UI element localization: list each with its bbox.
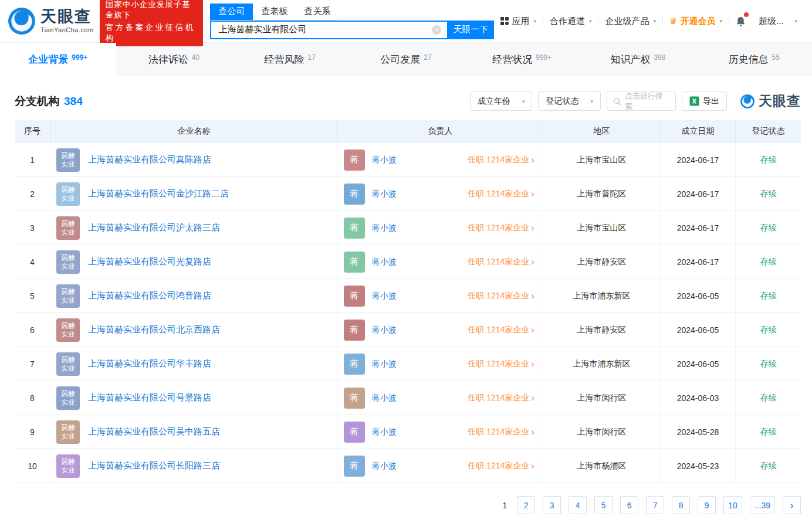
- top-nav: 应用 ▾ 合作通道 ▾ 企业级产品 ▾ ♛ 开通会员 ▾: [494, 16, 804, 27]
- page-button-9[interactable]: 9: [698, 496, 716, 514]
- region-cell: 上海市静安区: [543, 313, 660, 347]
- company-name-link[interactable]: 上海茵赫实业有限公司吴中路五店: [88, 426, 220, 437]
- table-row: 3 茵赫实业 上海茵赫实业有限公司沪太路三店 蒋 蒋小波 任职 1214家企业›…: [15, 211, 801, 245]
- principal-avatar[interactable]: 蒋: [344, 252, 365, 273]
- principal-avatar[interactable]: 蒋: [344, 388, 365, 409]
- tenure-link[interactable]: 任职 1214家企业›: [468, 155, 534, 165]
- company-name-link[interactable]: 上海茵赫实业有限公司真陈路店: [88, 154, 211, 165]
- search-tab-boss[interactable]: 查老板: [253, 4, 296, 20]
- page-button-8[interactable]: 8: [672, 496, 690, 514]
- principal-name-link[interactable]: 蒋小波: [372, 359, 397, 369]
- tenure-link[interactable]: 任职 1214家企业›: [468, 257, 534, 267]
- tianyancha-watermark: 天眼查: [740, 92, 801, 110]
- search-button[interactable]: 天眼一下: [447, 21, 494, 39]
- notifications-bell[interactable]: [729, 16, 752, 27]
- row-index: 5: [15, 279, 50, 313]
- search-input[interactable]: [210, 21, 447, 39]
- search-tab-company[interactable]: 查公司: [210, 4, 253, 20]
- company-name-link[interactable]: 上海茵赫实业有限公司北京西路店: [88, 324, 220, 335]
- notification-dot: [744, 12, 749, 17]
- pagination: 1 2 3 4 5 6 7 8 9 10 ...39 ›: [15, 496, 801, 514]
- tenure-link[interactable]: 任职 1214家企业›: [468, 223, 534, 233]
- col-header-company: 企业名称: [50, 120, 337, 143]
- row-index: 1: [15, 143, 50, 176]
- principal-avatar[interactable]: 蒋: [344, 320, 365, 341]
- page-button-2[interactable]: 2: [517, 496, 535, 514]
- principal-name-link[interactable]: 蒋小波: [372, 155, 397, 165]
- nav-enterprise-products[interactable]: 企业级产品 ▾: [598, 16, 662, 27]
- principal-avatar[interactable]: 蒋: [344, 218, 365, 239]
- search-block: 查公司 查老板 查关系 × 天眼一下: [210, 4, 494, 39]
- principal-avatar[interactable]: 蒋: [344, 354, 365, 375]
- tianyancha-logo[interactable]: 天眼查 TianYanCha.com: [7, 6, 94, 36]
- nav-vip-upgrade[interactable]: ♛ 开通会员 ▾: [663, 16, 729, 27]
- tab-history-info[interactable]: 历史信息55: [696, 43, 812, 76]
- clear-icon[interactable]: ×: [432, 25, 441, 35]
- principal-avatar[interactable]: 蒋: [344, 286, 365, 307]
- nav-super-vip[interactable]: 超级... ▾: [752, 16, 804, 27]
- page-button-6[interactable]: 6: [620, 496, 638, 514]
- principal-name-link[interactable]: 蒋小波: [372, 325, 397, 335]
- tab-legal-proceedings[interactable]: 法律诉讼40: [116, 43, 232, 76]
- tenure-link[interactable]: 任职 1214家企业›: [468, 291, 534, 301]
- principal-name-link[interactable]: 蒋小波: [372, 291, 397, 301]
- chevron-right-icon: ›: [531, 223, 534, 233]
- tenure-link[interactable]: 任职 1214家企业›: [468, 461, 534, 471]
- tab-company-background[interactable]: 企业背景999+: [0, 43, 116, 76]
- principal-name-link[interactable]: 蒋小波: [372, 427, 397, 437]
- principal-name-link[interactable]: 蒋小波: [372, 223, 397, 233]
- tab-company-development[interactable]: 公司发展27: [348, 43, 464, 76]
- next-page-button[interactable]: ›: [783, 496, 801, 514]
- crown-icon: ♛: [669, 16, 677, 26]
- table-search-box[interactable]: 点击进行搜索: [607, 91, 676, 111]
- nav-partners[interactable]: 合作通道 ▾: [543, 16, 598, 27]
- page-button-last[interactable]: ...39: [750, 496, 775, 514]
- search-tabs: 查公司 查老板 查关系: [210, 4, 339, 21]
- chevron-down-icon: ▾: [589, 18, 592, 24]
- chevron-down-icon: ▾: [719, 18, 722, 24]
- tab-operating-status[interactable]: 经营状况999+: [464, 43, 580, 76]
- chevron-down-icon: ▾: [794, 18, 797, 24]
- company-name-link[interactable]: 上海茵赫实业有限公司鸿音路店: [88, 290, 211, 301]
- principal-name-link[interactable]: 蒋小波: [372, 393, 397, 403]
- company-name-link[interactable]: 上海茵赫实业有限公司光复路店: [88, 256, 211, 267]
- principal-name-link[interactable]: 蒋小波: [372, 189, 397, 199]
- tenure-link[interactable]: 任职 1214家企业›: [468, 393, 534, 403]
- date-cell: 2024-06-17: [660, 245, 735, 279]
- tab-operational-risk[interactable]: 经营风险17: [232, 43, 348, 76]
- principal-avatar[interactable]: 蒋: [344, 184, 365, 205]
- company-name-link[interactable]: 上海茵赫实业有限公司华丰路店: [88, 358, 211, 369]
- filter-registration-status[interactable]: 登记状态 ▾: [538, 91, 601, 111]
- tab-intellectual-property[interactable]: 知识产权398: [580, 43, 696, 76]
- col-header-index: 序号: [15, 120, 50, 143]
- principal-name-link[interactable]: 蒋小波: [372, 257, 397, 267]
- export-button[interactable]: 导出: [682, 91, 727, 111]
- bell-icon: [735, 16, 746, 27]
- page-button-10[interactable]: 10: [723, 496, 742, 514]
- tenure-link[interactable]: 任职 1214家企业›: [468, 359, 534, 369]
- page-button-3[interactable]: 3: [543, 496, 561, 514]
- tenure-link[interactable]: 任职 1214家企业›: [468, 189, 534, 199]
- principal-avatar[interactable]: 蒋: [344, 422, 365, 443]
- top-bar: 天眼查 TianYanCha.com 国家中小企业发展子基金旗下 官方备案企业征…: [0, 0, 812, 42]
- principal-avatar[interactable]: 蒋: [344, 150, 365, 171]
- page-button-7[interactable]: 7: [646, 496, 664, 514]
- nav-apps[interactable]: 应用 ▾: [494, 16, 543, 27]
- app-grid-icon: [500, 17, 509, 25]
- page-button-5[interactable]: 5: [594, 496, 613, 514]
- filter-founded-year[interactable]: 成立年份 ▾: [470, 91, 533, 111]
- tenure-link[interactable]: 任职 1214家企业›: [468, 325, 534, 335]
- company-name-link[interactable]: 上海茵赫实业有限公司长阳路三店: [88, 460, 220, 471]
- principal-name-link[interactable]: 蒋小波: [372, 461, 397, 471]
- company-name-link[interactable]: 上海茵赫实业有限公司沪太路三店: [88, 222, 220, 233]
- main-content: 分支机构 384 成立年份 ▾ 登记状态 ▾ 点击进行搜索: [0, 91, 812, 514]
- company-name-link[interactable]: 上海茵赫实业有限公司金沙江路二店: [88, 188, 229, 199]
- search-tab-relation[interactable]: 查关系: [296, 4, 339, 20]
- branches-table: 序号 企业名称 负责人 地区 成立日期 登记状态 1 茵赫实业 上海茵赫实业有限…: [15, 120, 801, 483]
- row-index: 10: [15, 449, 50, 483]
- company-name-link[interactable]: 上海茵赫实业有限公司号景路店: [88, 392, 211, 403]
- tenure-link[interactable]: 任职 1214家企业›: [468, 427, 534, 437]
- principal-avatar[interactable]: 蒋: [344, 456, 365, 477]
- company-logo-badge: 茵赫实业: [56, 420, 80, 444]
- page-button-4[interactable]: 4: [569, 496, 587, 514]
